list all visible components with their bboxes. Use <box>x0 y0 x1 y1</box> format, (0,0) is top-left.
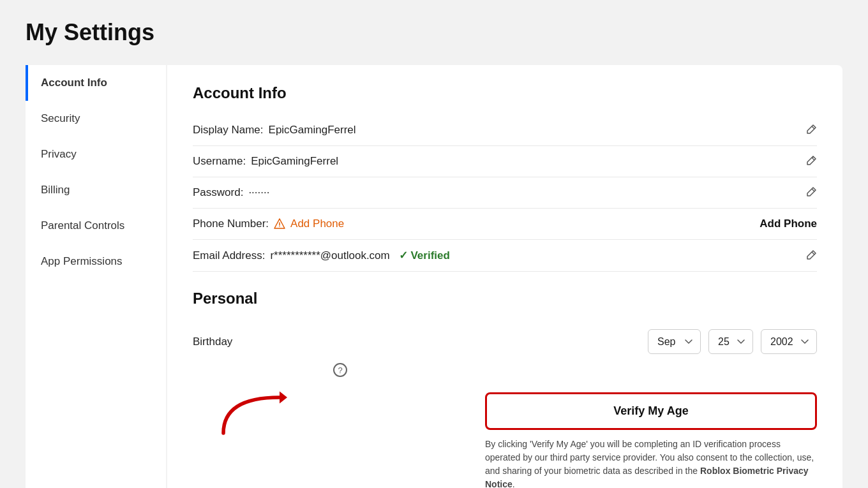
birthday-selects: Sep JanFebMar AprMayJun JulAug OctNovDec… <box>648 329 817 354</box>
password-edit-icon[interactable] <box>804 186 817 199</box>
sidebar-item-account-info[interactable]: Account Info <box>26 65 166 101</box>
email-label: Email Address: <box>193 249 265 262</box>
phone-label: Phone Number: <box>193 218 269 230</box>
main-layout: Account Info Security Privacy Billing Pa… <box>26 65 842 488</box>
page-title: My Settings <box>26 19 842 46</box>
birthday-label: Birthday <box>193 336 232 348</box>
password-value: ······· <box>248 186 269 199</box>
sidebar-item-privacy[interactable]: Privacy <box>26 137 166 172</box>
password-row: Password: ······· <box>193 177 817 209</box>
username-edit-icon[interactable] <box>804 155 817 168</box>
display-name-edit-icon[interactable] <box>804 124 817 137</box>
username-label: Username: <box>193 155 246 168</box>
sidebar-item-security[interactable]: Security <box>26 101 166 137</box>
username-value: EpicGamingFerrel <box>251 155 338 168</box>
add-phone-link[interactable]: Add Phone <box>290 218 344 230</box>
verify-right-panel: ? Verify My Age By clicking 'Verify My A… <box>333 363 817 488</box>
sidebar-item-parental-controls[interactable]: Parental Controls <box>26 208 166 244</box>
display-name-row: Display Name: EpicGamingFerrel <box>193 115 817 146</box>
verify-age-section: ? Verify My Age By clicking 'Verify My A… <box>193 363 817 488</box>
arrow-icon <box>193 376 295 440</box>
password-label: Password: <box>193 186 243 199</box>
birthday-year-select[interactable]: 2002 19901995200020012003 <box>761 329 817 354</box>
verify-disclaimer: By clicking 'Verify My Age' you will be … <box>485 438 817 488</box>
sidebar: Account Info Security Privacy Billing Pa… <box>26 65 166 488</box>
svg-point-0 <box>279 226 280 227</box>
phone-warning <box>274 218 285 230</box>
phone-row: Phone Number: Add Phone Add Phone <box>193 209 817 240</box>
add-phone-right-label[interactable]: Add Phone <box>760 218 817 230</box>
birthday-month-select[interactable]: Sep JanFebMar AprMayJun JulAug OctNovDec <box>648 329 701 354</box>
email-verified-badge: ✓ Verified <box>399 249 450 262</box>
personal-title: Personal <box>193 290 817 307</box>
sidebar-item-billing[interactable]: Billing <box>26 172 166 208</box>
arrow-container <box>193 363 320 442</box>
content-area: Account Info Display Name: EpicGamingFer… <box>167 65 842 488</box>
birthday-day-select[interactable]: 25 for(let i=1;i<=31;i++){if(i!==25)docu… <box>708 329 753 354</box>
verify-age-button[interactable]: Verify My Age <box>485 392 817 430</box>
birthday-row: Birthday Sep JanFebMar AprMayJun JulAug … <box>193 320 817 363</box>
svg-marker-1 <box>280 391 287 403</box>
display-name-value: EpicGamingFerrel <box>269 124 356 137</box>
email-value: r***********@outlook.com <box>270 249 389 262</box>
sidebar-item-app-permissions[interactable]: App Permissions <box>26 244 166 279</box>
email-row: Email Address: r***********@outlook.com … <box>193 240 817 272</box>
account-info-title: Account Info <box>193 84 817 102</box>
help-icon[interactable]: ? <box>333 363 347 377</box>
username-row: Username: EpicGamingFerrel <box>193 146 817 177</box>
email-edit-icon[interactable] <box>804 249 817 262</box>
display-name-label: Display Name: <box>193 124 264 137</box>
page-wrapper: My Settings Account Info Security Privac… <box>0 0 868 488</box>
warning-icon <box>274 218 285 230</box>
